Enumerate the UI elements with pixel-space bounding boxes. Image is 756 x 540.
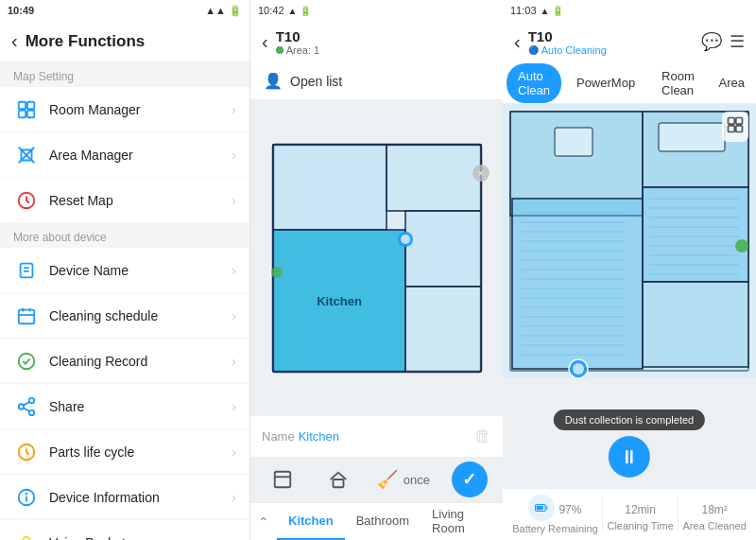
cleaning-record-label: Cleaning Record bbox=[49, 354, 232, 369]
svg-rect-87 bbox=[537, 506, 543, 511]
share-icon bbox=[13, 393, 40, 420]
stat-divider-2 bbox=[678, 497, 679, 531]
svg-rect-49 bbox=[512, 199, 643, 369]
svg-point-22 bbox=[26, 493, 27, 494]
battery-icon-wrap bbox=[528, 495, 555, 521]
svg-text:Kitchen: Kitchen bbox=[317, 294, 362, 308]
device-information-chevron: › bbox=[232, 490, 236, 505]
menu-cleaning-record[interactable]: Cleaning Record › bbox=[0, 339, 249, 384]
svg-rect-66 bbox=[643, 187, 748, 282]
room-tabs-bar: ⌃ Kitchen Bathroom Living Room bbox=[250, 502, 503, 540]
parts-lifecycle-label: Parts life cycle bbox=[49, 444, 232, 460]
menu-icon[interactable]: ☰ bbox=[730, 31, 745, 52]
grid-view-button[interactable] bbox=[722, 112, 748, 142]
device-information-label: Device Information bbox=[49, 490, 232, 505]
svg-rect-42 bbox=[275, 472, 291, 488]
left-panel: 10:49 ▲▲ 🔋 ‹ More Functions Map Setting … bbox=[0, 0, 250, 540]
cleaning-schedule-chevron: › bbox=[232, 308, 236, 323]
right-map-svg bbox=[503, 104, 756, 378]
battery-icon bbox=[535, 501, 548, 514]
svg-rect-31 bbox=[273, 145, 387, 230]
device-information-icon bbox=[13, 484, 40, 511]
svg-rect-36 bbox=[405, 287, 481, 372]
mode-tab-area[interactable]: Area bbox=[712, 70, 752, 96]
confirm-button[interactable]: ✓ bbox=[452, 462, 488, 497]
middle-device-name: T10 bbox=[276, 28, 491, 44]
battery-label: Battery Remaining bbox=[512, 523, 598, 534]
svg-rect-0 bbox=[19, 101, 26, 108]
mode-tab-auto-clean[interactable]: Auto Clean bbox=[507, 63, 561, 103]
once-row: 🧹 once ✓ bbox=[250, 457, 503, 502]
room-manager-chevron: › bbox=[232, 102, 236, 117]
svg-rect-80 bbox=[555, 128, 593, 156]
svg-point-41 bbox=[271, 267, 283, 278]
menu-share[interactable]: Share › bbox=[0, 384, 249, 429]
menu-parts-lifecycle[interactable]: Parts life cycle › bbox=[0, 429, 249, 475]
middle-panel: 10:42 ▲ 🔋 ‹ T10 Area: 1 👤 Open list Kitc… bbox=[250, 0, 503, 540]
reset-map-chevron: › bbox=[232, 193, 236, 208]
left-panel-header: ‹ More Functions bbox=[0, 21, 249, 62]
device-name-label: Device Name bbox=[49, 263, 232, 278]
pause-button[interactable]: ⏸ bbox=[609, 436, 650, 478]
battery-stat: 97% Battery Remaining bbox=[512, 495, 598, 534]
right-device-sub: 🔵 Auto Cleaning bbox=[528, 44, 694, 56]
area-manager-icon bbox=[13, 142, 40, 168]
middle-back-button[interactable]: ‹ bbox=[262, 31, 268, 53]
tab-bathroom[interactable]: Bathroom bbox=[345, 503, 421, 540]
chat-icon[interactable]: 💬 bbox=[701, 31, 722, 52]
middle-map-area[interactable]: Kitchen × bbox=[250, 100, 503, 415]
reset-map-label: Reset Map bbox=[49, 193, 232, 208]
parts-lifecycle-chevron: › bbox=[232, 444, 236, 460]
once-text: once bbox=[404, 473, 430, 487]
svg-point-16 bbox=[29, 409, 35, 415]
svg-line-17 bbox=[24, 408, 29, 411]
svg-text:×: × bbox=[477, 167, 483, 179]
map-crop-button[interactable] bbox=[266, 462, 300, 496]
svg-rect-2 bbox=[19, 110, 26, 116]
svg-rect-44 bbox=[333, 479, 343, 487]
right-status-icons: ▲ 🔋 bbox=[541, 6, 564, 16]
menu-room-manager[interactable]: Room Manager › bbox=[0, 87, 249, 132]
area-value: 18m² bbox=[701, 498, 727, 518]
menu-voice-packet[interactable]: Voice Packet › bbox=[0, 520, 249, 540]
left-status-bar: 10:49 ▲▲ 🔋 bbox=[0, 0, 249, 21]
open-list-bar[interactable]: 👤 Open list bbox=[250, 62, 503, 100]
voice-packet-icon bbox=[13, 530, 40, 541]
delete-room-button[interactable]: 🗑 bbox=[474, 427, 491, 446]
right-back-button[interactable]: ‹ bbox=[514, 31, 521, 53]
right-header: ‹ T10 🔵 Auto Cleaning 💬 ☰ bbox=[503, 21, 756, 62]
svg-rect-81 bbox=[659, 123, 725, 151]
battery-value: 97% bbox=[558, 498, 581, 518]
battery-block: 97% bbox=[528, 495, 581, 521]
middle-status-icons: ▲ 🔋 bbox=[288, 6, 312, 16]
left-back-button[interactable]: ‹ bbox=[11, 30, 18, 52]
svg-rect-35 bbox=[405, 211, 481, 287]
mode-tab-powermop[interactable]: PowerMop bbox=[565, 70, 646, 96]
svg-point-79 bbox=[735, 239, 748, 253]
tab-kitchen[interactable]: Kitchen bbox=[277, 503, 345, 540]
tab-living-room[interactable]: Living Room bbox=[421, 503, 503, 540]
menu-reset-map[interactable]: Reset Map › bbox=[0, 178, 249, 223]
time-stat: 12min Cleaning Time bbox=[607, 498, 673, 531]
area-manager-chevron: › bbox=[232, 148, 236, 163]
cleaning-record-chevron: › bbox=[232, 354, 236, 369]
menu-device-name[interactable]: Device Name › bbox=[0, 248, 249, 293]
map-home-button[interactable] bbox=[321, 462, 355, 496]
menu-device-information[interactable]: Device Information › bbox=[0, 475, 249, 520]
menu-area-manager[interactable]: Area Manager › bbox=[0, 132, 249, 178]
pause-overlay: Dust collection is completed ⏸ bbox=[554, 409, 705, 478]
middle-header: ‹ T10 Area: 1 bbox=[250, 21, 503, 62]
svg-line-18 bbox=[24, 401, 29, 405]
svg-rect-85 bbox=[736, 126, 743, 132]
left-status-icons: ▲▲ 🔋 bbox=[205, 5, 242, 17]
stat-divider-1 bbox=[602, 497, 603, 531]
room-tabs-expand[interactable]: ⌃ bbox=[250, 514, 277, 530]
confirm-icon: ✓ bbox=[462, 469, 476, 490]
middle-map-svg: Kitchen × bbox=[264, 135, 490, 381]
stats-bar: 97% Battery Remaining 12min Cleaning Tim… bbox=[503, 489, 756, 540]
mode-tab-room-clean[interactable]: Room Clean bbox=[650, 63, 707, 103]
time-label: Cleaning Time bbox=[607, 520, 673, 531]
menu-cleaning-schedule[interactable]: Cleaning schedule › bbox=[0, 293, 249, 339]
right-time: 11:03 bbox=[510, 5, 537, 16]
open-list-text: Open list bbox=[290, 74, 342, 89]
